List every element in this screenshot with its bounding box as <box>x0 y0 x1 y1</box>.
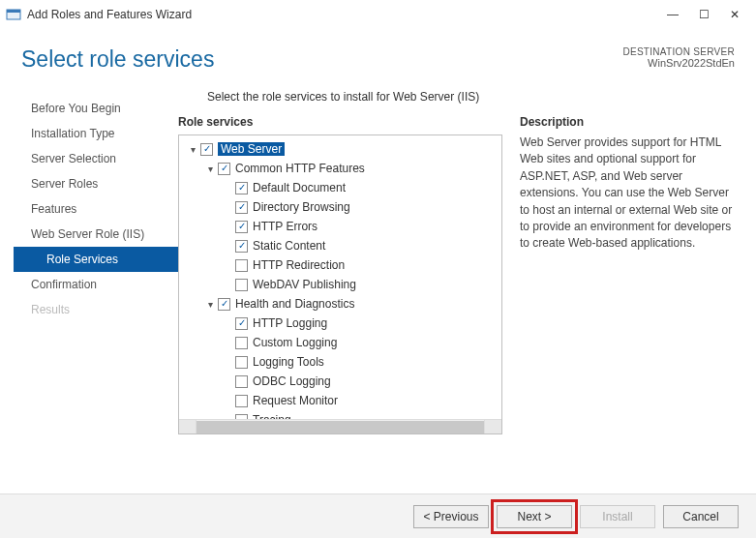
tree-node[interactable]: ▾ODBC Logging <box>181 372 499 391</box>
tree-node[interactable]: ▾Static Content <box>181 236 499 255</box>
close-button[interactable]: ✕ <box>729 8 741 21</box>
tree-node[interactable]: ▾HTTP Logging <box>181 314 499 333</box>
checkbox[interactable] <box>235 221 248 233</box>
role-services-heading: Role services <box>178 115 502 129</box>
instruction-text: Select the role services to install for … <box>178 88 739 115</box>
nav-web-server-role-iis[interactable]: Web Server Role (IIS) <box>14 222 178 247</box>
checkbox[interactable] <box>235 240 248 253</box>
checkbox[interactable] <box>235 356 248 369</box>
tree-node-label: WebDAV Publishing <box>253 278 356 291</box>
checkbox[interactable] <box>200 143 213 156</box>
nav-confirmation[interactable]: Confirmation <box>14 272 178 297</box>
tree-node[interactable]: ▾Directory Browsing <box>181 197 499 217</box>
tree-node-label: Directory Browsing <box>253 200 350 214</box>
tree-node[interactable]: ▾Logging Tools <box>181 352 499 372</box>
tree-node[interactable]: ▾Web Server <box>181 139 499 159</box>
tree-node-label: HTTP Redirection <box>253 258 345 272</box>
expander-icon[interactable]: ▾ <box>204 164 216 174</box>
window-title: Add Roles and Features Wizard <box>27 8 667 21</box>
checkbox[interactable] <box>235 375 248 388</box>
tree-node[interactable]: ▾Tracing <box>181 410 499 419</box>
nav-server-roles[interactable]: Server Roles <box>14 171 178 196</box>
tree-node-label: Common HTTP Features <box>235 162 365 175</box>
titlebar: Add Roles and Features Wizard — ☐ ✕ <box>0 0 756 29</box>
tree-node-label: Health and Diagnostics <box>235 297 354 311</box>
tree-node[interactable]: ▾Health and Diagnostics <box>181 294 499 314</box>
tree-node[interactable]: ▾Common HTTP Features <box>181 159 499 178</box>
tree-node-label: Custom Logging <box>253 336 337 349</box>
tree-node-label: ODBC Logging <box>253 374 331 388</box>
checkbox[interactable] <box>235 317 248 330</box>
checkbox[interactable] <box>218 298 230 311</box>
page-title: Select role services <box>21 46 622 73</box>
minimize-button[interactable]: — <box>667 8 679 21</box>
nav-results: Results <box>14 297 178 322</box>
description-text: Web Server provides support for HTML Web… <box>520 134 739 253</box>
tree-node-label: Static Content <box>253 239 325 253</box>
destination-server: DESTINATION SERVER WinSrv2022StdEn <box>622 46 735 69</box>
checkbox[interactable] <box>235 337 248 349</box>
previous-button[interactable]: < Previous <box>413 505 489 528</box>
checkbox[interactable] <box>218 163 230 175</box>
nav-role-services[interactable]: Role Services <box>14 247 178 272</box>
nav-before-you-begin[interactable]: Before You Begin <box>14 96 178 121</box>
tree-node[interactable]: ▾Request Monitor <box>181 391 499 410</box>
app-icon <box>6 7 21 22</box>
tree-node[interactable]: ▾HTTP Errors <box>181 217 499 236</box>
checkbox[interactable] <box>235 182 248 194</box>
checkbox[interactable] <box>235 259 248 272</box>
tree-node-label: Default Document <box>253 181 346 194</box>
tree-node[interactable]: ▾HTTP Redirection <box>181 255 499 275</box>
wizard-nav: Before You Begin Installation Type Serve… <box>14 88 178 485</box>
tree-node[interactable]: ▾Custom Logging <box>181 333 499 352</box>
checkbox[interactable] <box>235 395 248 407</box>
nav-server-selection[interactable]: Server Selection <box>14 146 178 171</box>
next-button[interactable]: Next > <box>497 505 572 528</box>
tree-node[interactable]: ▾Default Document <box>181 178 499 197</box>
expander-icon[interactable]: ▾ <box>187 144 198 155</box>
tree-node-label: Request Monitor <box>253 394 338 407</box>
destination-label: DESTINATION SERVER <box>622 46 735 57</box>
tree-node-label: HTTP Errors <box>253 220 318 233</box>
checkbox[interactable] <box>235 279 248 291</box>
tree-node-label: HTTP Logging <box>253 316 327 330</box>
role-services-tree[interactable]: ▾Web Server▾Common HTTP Features▾Default… <box>178 134 502 434</box>
wizard-footer: < Previous Next > Install Cancel <box>0 493 756 538</box>
tree-node[interactable]: ▾WebDAV Publishing <box>181 275 499 294</box>
destination-value: WinSrv2022StdEn <box>622 57 735 69</box>
expander-icon[interactable]: ▾ <box>204 299 216 310</box>
nav-installation-type[interactable]: Installation Type <box>14 121 178 146</box>
svg-rect-1 <box>7 10 20 13</box>
description-heading: Description <box>520 115 739 129</box>
nav-features[interactable]: Features <box>14 196 178 222</box>
tree-node-label: Logging Tools <box>253 355 324 369</box>
horizontal-scrollbar[interactable] <box>179 419 501 434</box>
checkbox[interactable] <box>235 201 248 214</box>
install-button: Install <box>580 505 655 528</box>
cancel-button[interactable]: Cancel <box>663 505 739 528</box>
tree-node-label: Web Server <box>218 142 285 156</box>
maximize-button[interactable]: ☐ <box>698 8 710 21</box>
